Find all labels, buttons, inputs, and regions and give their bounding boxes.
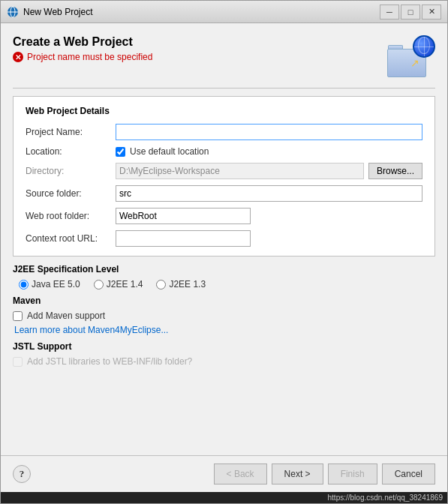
back-button[interactable]: < Back (214, 464, 267, 484)
watermark: https://blog.csdn.net/qq_38241869 (1, 492, 447, 503)
maven-support-checkbox[interactable] (13, 311, 23, 321)
j2ee-option-javaee5: Java EE 5.0 (19, 279, 80, 290)
context-root-url-row: Context root URL: (26, 230, 422, 247)
use-default-location-row: Use default location (116, 146, 209, 157)
browse-button[interactable]: Browse... (368, 163, 422, 179)
form-section-title: Web Project Details (26, 106, 422, 116)
j2ee-section-title: J2EE Specification Level (13, 264, 435, 274)
close-button[interactable]: ✕ (422, 4, 441, 20)
maven-support-label[interactable]: Add Maven support (27, 310, 105, 321)
folder-arrow-icon: ↗ (410, 57, 419, 69)
page-title: Create a Web Project (13, 35, 387, 49)
j2ee-option-j2ee13: J2EE 1.3 (156, 279, 206, 290)
j2ee-option-j2ee14: J2EE 1.4 (94, 279, 143, 290)
j2ee-radio-javaee5[interactable] (19, 280, 29, 290)
web-root-folder-input[interactable] (116, 208, 251, 224)
source-folder-input[interactable] (116, 185, 422, 202)
form-area: Web Project Details Project Name: Locati… (13, 96, 435, 256)
error-message: Project name must be specified (27, 52, 152, 62)
j2ee-radio-j2ee13[interactable] (156, 280, 166, 290)
source-folder-row: Source folder: (26, 185, 422, 202)
globe-arc (418, 37, 430, 54)
main-content: Create a Web Project ✕ Project name must… (1, 23, 447, 455)
directory-label: Directory: (26, 166, 116, 176)
maven-checkbox-row: Add Maven support (13, 310, 435, 321)
window-controls: ─ □ ✕ (380, 4, 441, 20)
j2ee-label-j2ee14[interactable]: J2EE 1.4 (107, 279, 143, 290)
header-left: Create a Web Project ✕ Project name must… (13, 35, 387, 62)
title-bar: New Web Project ─ □ ✕ (1, 1, 447, 23)
web-root-folder-label: Web root folder: (26, 211, 116, 221)
window-title: New Web Project (23, 7, 380, 17)
jstl-checkbox (13, 357, 23, 367)
watermark-text: https://blog.csdn.net/qq_38241869 (328, 494, 443, 502)
j2ee-section: J2EE Specification Level Java EE 5.0 J2E… (13, 264, 435, 290)
j2ee-radio-j2ee14[interactable] (94, 280, 104, 290)
footer-buttons: < Back Next > Finish Cancel (214, 464, 435, 484)
use-default-location-label[interactable]: Use default location (130, 146, 209, 157)
directory-row: Directory: Browse... (26, 163, 422, 179)
header-row: Create a Web Project ✕ Project name must… (13, 35, 435, 77)
location-row: Location: Use default location (26, 146, 422, 157)
cancel-button[interactable]: Cancel (382, 464, 435, 484)
context-root-url-input[interactable] (116, 230, 251, 247)
globe-lines (414, 37, 434, 56)
project-name-label: Project Name: (26, 127, 116, 137)
web-root-folder-row: Web root folder: (26, 208, 422, 224)
j2ee-radio-group: Java EE 5.0 J2EE 1.4 J2EE 1.3 (13, 279, 435, 290)
globe-icon (413, 35, 435, 58)
next-button[interactable]: Next > (272, 464, 323, 484)
error-icon: ✕ (13, 52, 23, 62)
location-label: Location: (26, 146, 116, 157)
help-button[interactable]: ? (13, 465, 31, 483)
maven-section: Maven Add Maven support Learn more about… (13, 296, 435, 335)
use-default-location-checkbox[interactable] (116, 147, 125, 157)
jstl-checkbox-row: Add JSTL libraries to WEB-INF/lib folder… (13, 356, 435, 367)
footer: ? < Back Next > Finish Cancel (1, 455, 447, 492)
j2ee-label-j2ee13[interactable]: J2EE 1.3 (169, 279, 206, 290)
directory-input (116, 163, 364, 179)
project-name-input[interactable] (116, 124, 422, 140)
maximize-button[interactable]: □ (401, 4, 420, 20)
header-separator (13, 88, 435, 88)
j2ee-label-javaee5[interactable]: Java EE 5.0 (32, 279, 80, 290)
project-name-row: Project Name: (26, 124, 422, 140)
context-root-url-label: Context root URL: (26, 233, 116, 244)
jstl-label: Add JSTL libraries to WEB-INF/lib folder… (27, 356, 192, 367)
maven-learn-more-link[interactable]: Learn more about Maven4MyEclipse... (13, 325, 168, 335)
new-web-project-window: New Web Project ─ □ ✕ Create a Web Proje… (0, 0, 448, 504)
finish-button[interactable]: Finish (328, 464, 377, 484)
jstl-section-title: JSTL Support (13, 341, 435, 352)
error-row: ✕ Project name must be specified (13, 52, 387, 62)
source-folder-label: Source folder: (26, 188, 116, 199)
jstl-section: JSTL Support Add JSTL libraries to WEB-I… (13, 341, 435, 367)
maven-section-title: Maven (13, 296, 435, 306)
window-icon (7, 6, 19, 18)
minimize-button[interactable]: ─ (380, 4, 399, 20)
wizard-image: ↗ (387, 35, 435, 77)
